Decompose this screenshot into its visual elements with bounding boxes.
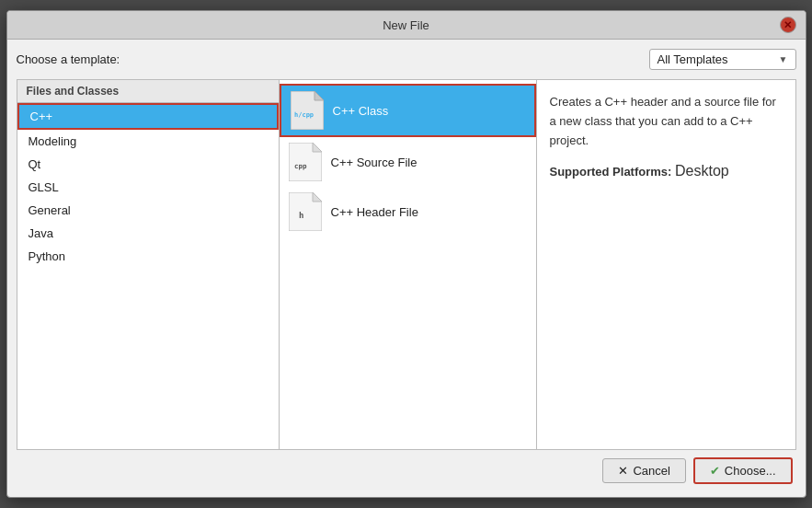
cpp-source-label: C++ Source File — [331, 156, 417, 169]
dialog-title: New File — [33, 18, 780, 32]
middle-list: h/cpp C++ Class cpp — [280, 80, 536, 449]
chevron-down-icon: ▼ — [779, 54, 788, 64]
template-item-cpp-class[interactable]: h/cpp C++ Class — [280, 84, 536, 137]
template-item-cpp-source[interactable]: cpp C++ Source File — [280, 137, 536, 187]
bottom-row: ✕ Cancel ✔ Choose... — [17, 450, 796, 488]
platforms-label: Supported Platforms: — [550, 165, 672, 179]
cpp-source-icon: cpp — [289, 143, 322, 181]
svg-marker-4 — [313, 143, 322, 152]
sidebar-item-glsl[interactable]: GLSL — [17, 176, 279, 199]
template-dropdown-text: All Templates — [658, 52, 728, 66]
svg-marker-7 — [313, 192, 322, 202]
cpp-header-label: C++ Header File — [331, 205, 418, 219]
description-text: Creates a C++ header and a source file f… — [550, 93, 783, 150]
new-file-dialog: New File ✕ Choose a template: All Templa… — [6, 10, 806, 498]
left-list: C++ Modeling Qt GLSL General Java Python — [17, 103, 279, 449]
sidebar-item-java[interactable]: Java — [17, 222, 279, 245]
top-row: Choose a template: All Templates ▼ — [17, 49, 796, 70]
cpp-class-label: C++ Class — [333, 104, 389, 118]
svg-marker-1 — [315, 91, 324, 100]
title-bar: New File ✕ — [7, 11, 806, 40]
cpp-header-icon: h — [289, 192, 322, 231]
cancel-button[interactable]: ✕ Cancel — [602, 458, 685, 483]
close-button[interactable]: ✕ — [780, 17, 796, 33]
sidebar-item-general[interactable]: General — [17, 199, 279, 222]
left-panel: Files and Classes C++ Modeling Qt GLSL G… — [17, 80, 280, 449]
right-panel: Creates a C++ header and a source file f… — [537, 80, 795, 449]
choose-button[interactable]: ✔ Choose... — [693, 457, 793, 484]
platforms-line: Supported Platforms: Desktop — [550, 159, 783, 183]
platforms-value: Desktop — [675, 163, 729, 179]
dialog-content: Choose a template: All Templates ▼ Files… — [7, 40, 806, 497]
sidebar-item-cpp[interactable]: C++ — [17, 103, 279, 130]
cancel-label: Cancel — [633, 464, 669, 478]
checkmark-icon: ✔ — [710, 464, 720, 478]
template-item-cpp-header[interactable]: h C++ Header File — [280, 187, 536, 237]
choose-label: Choose... — [725, 464, 776, 478]
sidebar-item-python[interactable]: Python — [17, 245, 279, 268]
cpp-class-icon: h/cpp — [291, 91, 324, 130]
svg-text:cpp: cpp — [294, 162, 307, 170]
cancel-icon: ✕ — [618, 464, 628, 478]
sidebar-item-qt[interactable]: Qt — [17, 153, 279, 176]
svg-text:h: h — [299, 211, 303, 220]
choose-template-label: Choose a template: — [17, 52, 120, 66]
sidebar-item-modeling[interactable]: Modeling — [17, 130, 279, 153]
left-panel-header: Files and Classes — [17, 80, 279, 103]
template-dropdown[interactable]: All Templates ▼ — [649, 49, 796, 70]
main-area: Files and Classes C++ Modeling Qt GLSL G… — [17, 79, 796, 450]
svg-text:h/cpp: h/cpp — [294, 111, 314, 119]
middle-panel: h/cpp C++ Class cpp — [280, 80, 537, 449]
